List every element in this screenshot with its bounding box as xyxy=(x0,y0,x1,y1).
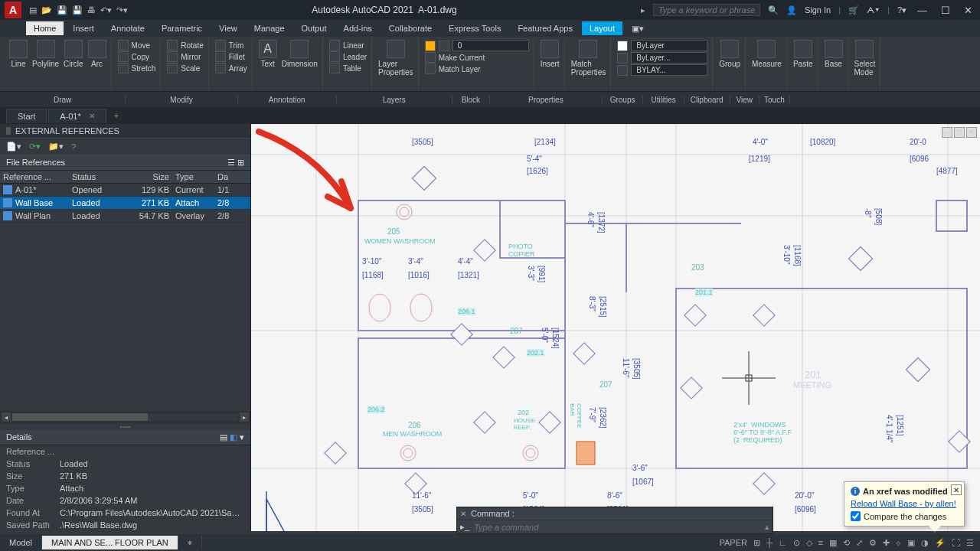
cleanscreen-icon[interactable]: ⛶ xyxy=(952,538,960,547)
insert-block-button[interactable]: Insert xyxy=(541,40,560,68)
mirror-button[interactable]: Mirror xyxy=(167,51,203,62)
close-button[interactable]: ✕ xyxy=(961,5,975,16)
tab-collaborate[interactable]: Collaborate xyxy=(381,21,439,35)
tab-view[interactable]: View xyxy=(211,21,245,35)
layout-tab-model[interactable]: Model xyxy=(0,536,42,549)
circle-button[interactable]: Circle xyxy=(64,40,83,68)
linetype-control[interactable] xyxy=(617,64,707,76)
tab-home[interactable]: Home xyxy=(26,21,64,35)
annomon-icon[interactable]: ✚ xyxy=(883,538,890,548)
scale-button[interactable]: Scale xyxy=(167,63,203,73)
table-button[interactable]: Table xyxy=(329,63,367,73)
paper-toggle[interactable]: PAPER xyxy=(720,538,747,547)
annoscale-icon[interactable]: ⤢ xyxy=(856,538,863,548)
transparency-icon[interactable]: ▦ xyxy=(829,538,837,548)
vp-close-icon[interactable]: ✕ xyxy=(966,127,977,138)
close-icon[interactable]: ✕ xyxy=(460,510,466,518)
lineweight-icon[interactable]: ≡ xyxy=(818,538,823,547)
tab-featured[interactable]: Featured Apps xyxy=(510,21,580,35)
search-icon[interactable]: 🔍 xyxy=(768,5,779,15)
table-row[interactable]: Wall PlanLoaded54.7 KBOverlay2/8 xyxy=(0,210,250,223)
open-icon[interactable]: 📂 xyxy=(41,5,52,15)
grid-icon[interactable]: ⊞ xyxy=(753,538,760,548)
line-button[interactable]: Line xyxy=(9,40,28,68)
vp-min-icon[interactable]: — xyxy=(942,127,952,138)
make-current-button[interactable]: Make Current xyxy=(425,52,529,63)
command-line[interactable]: ✕Command : ▸_▴ xyxy=(456,507,773,534)
match-layer-button[interactable]: Match Layer xyxy=(425,64,529,74)
text-button[interactable]: AText xyxy=(259,40,277,68)
new-icon[interactable]: ▤ xyxy=(29,5,37,15)
attach-dwg-icon[interactable]: 📄▾ xyxy=(6,142,21,152)
isolate-icon[interactable]: ◑ xyxy=(921,538,929,548)
hardware-icon[interactable]: ⚡ xyxy=(935,538,946,548)
copy-button[interactable]: Copy xyxy=(118,51,156,62)
doc-tab-active[interactable]: A-01*✕ xyxy=(48,109,106,123)
layer-combo[interactable] xyxy=(425,40,529,51)
linear-button[interactable]: Linear xyxy=(329,40,367,51)
rotate-button[interactable]: Rotate xyxy=(167,40,203,51)
saveas-icon[interactable]: 💾 xyxy=(72,5,83,15)
tab-layout[interactable]: Layout xyxy=(582,21,622,35)
compare-checkbox[interactable]: Compare the changes xyxy=(851,511,958,521)
quickprops-icon[interactable]: ▣ xyxy=(907,538,915,548)
layout-tab-add[interactable]: + xyxy=(178,536,202,549)
tab-manage[interactable]: Manage xyxy=(247,21,292,35)
tree-view-icon[interactable]: ⊞ xyxy=(237,158,244,167)
command-icon[interactable]: ▸_ xyxy=(460,522,469,532)
tab-insert[interactable]: Insert xyxy=(65,21,102,35)
app-logo[interactable]: A xyxy=(5,2,21,18)
tab-overflow[interactable]: ▣▾ xyxy=(624,21,652,36)
cart-icon[interactable]: 🛒 xyxy=(848,5,859,15)
maximize-button[interactable]: ☐ xyxy=(938,5,953,16)
table-row[interactable]: Wall BaseLoaded271 KBAttach2/8 xyxy=(0,197,250,210)
drawing-canvas[interactable]: [3505] [2134] 4'-0" [10820] 20'-0 [1219]… xyxy=(251,124,980,531)
customize-icon[interactable]: ☰ xyxy=(966,538,974,548)
table-header[interactable]: Reference ...StatusSizeTypeDa xyxy=(0,171,250,184)
arc-button[interactable]: Arc xyxy=(88,40,106,68)
plot-icon[interactable]: 🖶 xyxy=(87,5,96,15)
undo-icon[interactable]: ↶▾ xyxy=(100,5,112,15)
array-button[interactable]: Array xyxy=(215,63,247,73)
palette-title[interactable]: EXTERNAL REFERENCES xyxy=(0,124,250,139)
change-path-icon[interactable]: 📁▾ xyxy=(48,142,64,152)
help-icon[interactable]: ?▾ xyxy=(897,5,906,15)
select-mode-button[interactable]: Select Mode xyxy=(854,40,876,77)
layer-props-button[interactable]: Layer Properties xyxy=(378,40,413,77)
cycling-icon[interactable]: ⟲ xyxy=(843,538,850,548)
app-store-icon[interactable]: ᗅ▾ xyxy=(867,5,880,15)
workspace-icon[interactable]: ⚙ xyxy=(869,538,877,548)
refresh-icon[interactable]: ⟳▾ xyxy=(29,142,41,152)
help-search-input[interactable] xyxy=(653,4,760,16)
dimension-button[interactable]: Dimension xyxy=(282,40,318,68)
lineweight-control[interactable] xyxy=(617,52,707,64)
redo-icon[interactable]: ↷▾ xyxy=(116,5,128,15)
polyline-button[interactable]: Polyline xyxy=(32,40,59,68)
layout-tab-active[interactable]: MAIN AND SE... FLOOR PLAN xyxy=(42,536,178,549)
details-view-icon[interactable]: ▤ xyxy=(220,432,227,442)
tab-output[interactable]: Output xyxy=(294,21,335,35)
group-button[interactable]: Group xyxy=(719,40,740,68)
signin-link[interactable]: Sign In xyxy=(805,5,831,15)
vp-max-icon[interactable]: □ xyxy=(954,127,965,138)
close-icon[interactable]: ✕ xyxy=(951,484,962,495)
units-icon[interactable]: ⟐ xyxy=(896,538,901,547)
minimize-button[interactable]: — xyxy=(914,5,930,16)
preview-icon[interactable]: ◧ xyxy=(230,432,237,442)
match-props-button[interactable]: Match Properties xyxy=(571,40,606,77)
tab-addins[interactable]: Add-ins xyxy=(336,21,380,35)
snap-icon[interactable]: ┼ xyxy=(766,538,773,547)
polar-icon[interactable]: ⊙ xyxy=(793,538,800,548)
recent-icon[interactable]: ▴ xyxy=(765,522,769,532)
list-view-icon[interactable]: ☰ xyxy=(227,158,235,167)
save-icon[interactable]: 💾 xyxy=(57,5,67,15)
color-control[interactable] xyxy=(617,40,707,51)
reload-xref-link[interactable]: Reload Wall Base - by allen! xyxy=(851,499,958,508)
new-tab-button[interactable]: + xyxy=(108,111,125,120)
command-input[interactable] xyxy=(474,523,760,532)
osnap-icon[interactable]: ◇ xyxy=(806,538,812,548)
tab-express[interactable]: Express Tools xyxy=(441,21,508,35)
doc-tab-start[interactable]: Start xyxy=(6,109,47,123)
tab-parametric[interactable]: Parametric xyxy=(154,21,210,35)
close-icon[interactable]: ✕ xyxy=(89,112,95,120)
